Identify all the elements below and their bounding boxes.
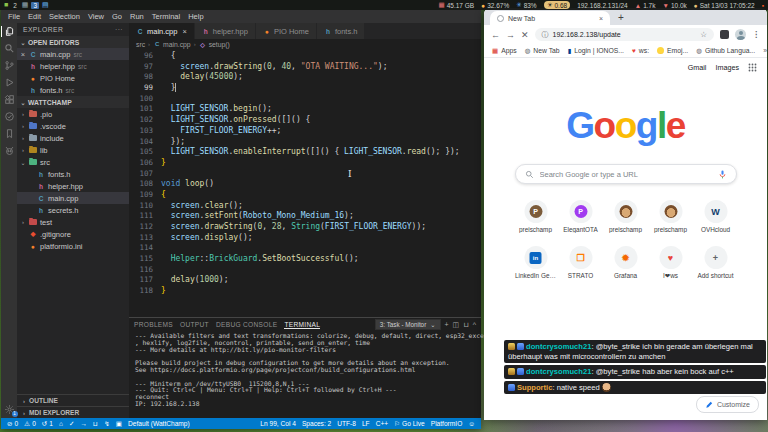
tab-fonts.h[interactable]: hfonts.h [317, 23, 366, 39]
stop-icon[interactable]: ✕ [521, 30, 529, 40]
workspace-2[interactable]: 2 [11, 2, 19, 9]
extension-icon[interactable] [720, 30, 729, 39]
shortcut-linkedin-ger-[interactable]: inLinkedIn Ger... [513, 246, 558, 280]
status-left-0[interactable]: ⊘0 [7, 420, 18, 428]
tab-helper.hpp[interactable]: hhelper.hpp [195, 23, 256, 39]
tree-item-.vscode[interactable]: ›.vscode [17, 120, 129, 132]
tree-item-test[interactable]: ›test [17, 216, 129, 228]
tree-item-.gitignore[interactable]: ◆.gitignore [17, 228, 129, 240]
tree-item-lib[interactable]: ›lib [17, 144, 129, 156]
bookmark-login-ionos-[interactable]: ▮Login | IONOS... [568, 47, 624, 55]
tree-item-helper.hpp[interactable]: hhelper.hpp [17, 180, 129, 192]
tree-item-secrets.h[interactable]: hsecrets.h [17, 204, 129, 216]
status-left-1[interactable]: ⚠0 [24, 420, 36, 428]
menu-file[interactable]: File [4, 12, 24, 21]
open-editor-fonts.h[interactable]: hfonts.hsrc [17, 84, 129, 96]
bookmark-github-langua-[interactable]: ◍Github Langua... [696, 47, 755, 55]
scm-icon[interactable] [4, 60, 15, 71]
shortcut-grafana[interactable]: ✹Grafana [603, 246, 648, 280]
menu-help[interactable]: Help [184, 12, 207, 21]
panel-tab-terminal[interactable]: TERMINAL [284, 321, 320, 329]
search-icon[interactable] [4, 43, 15, 54]
bookmark-star-icon[interactable]: ☆ [700, 30, 707, 39]
google-search-box[interactable]: Search Google or type a URL [515, 164, 737, 184]
site-info-icon[interactable]: ⓘ [542, 30, 549, 40]
gear-icon[interactable]: 1 [4, 404, 15, 415]
status-right-6[interactable]: PlatformIO [431, 420, 463, 427]
debug-icon[interactable] [4, 77, 15, 88]
tree-item-fonts.h[interactable]: hfonts.h [17, 168, 129, 180]
bookmark-emoj-[interactable]: Emoj... [657, 47, 688, 54]
pio-icon[interactable] [4, 145, 15, 156]
files-icon[interactable] [4, 26, 15, 37]
tab-close-icon[interactable]: × [599, 15, 603, 22]
apps-grid-icon[interactable] [748, 63, 757, 72]
split-terminal-icon[interactable]: ◫ [453, 321, 460, 329]
status-left-4[interactable]: ✓ [69, 420, 75, 428]
open-editor-main.cpp[interactable]: ×Cmain.cppsrc [17, 48, 129, 60]
microphone-icon[interactable] [718, 170, 727, 179]
status-right-0[interactable]: Ln 99, Col 4 [260, 420, 296, 427]
bookmarks-overflow-icon[interactable]: » [763, 47, 767, 54]
menu-selection[interactable]: Selection [45, 12, 84, 21]
new-terminal-icon[interactable]: + [445, 321, 449, 328]
open-editors-section[interactable]: ⌄ OPEN EDITORS [17, 36, 129, 48]
shortcut-add-shortcut[interactable]: +Add shortcut [693, 246, 738, 280]
back-icon[interactable]: ← [491, 30, 500, 40]
status-left-9[interactable]: Default (WattChamp) [128, 420, 190, 427]
status-left-2[interactable]: ↺1 [42, 420, 53, 428]
terminal-task-dropdown[interactable]: 3: Task - Monitor⌄ [375, 319, 441, 330]
bookmark-new-tab[interactable]: ◍New Tab [525, 47, 560, 55]
status-right-2[interactable]: UTF-8 [337, 420, 356, 427]
panel-tab-debug-console[interactable]: DEBUG CONSOLE [216, 321, 277, 328]
menu-run[interactable]: Run [126, 12, 148, 21]
test-icon[interactable] [4, 111, 15, 122]
link-gmail[interactable]: Gmail [688, 63, 707, 72]
status-left-3[interactable]: ⌂ [59, 420, 63, 427]
profile-avatar[interactable] [735, 29, 746, 40]
terminal-output[interactable]: --- Available filters and text transform… [129, 331, 481, 418]
menu-edit[interactable]: Edit [24, 12, 45, 21]
workspace-3[interactable]: 3 [31, 2, 39, 9]
link-images[interactable]: Images [715, 63, 739, 72]
kill-terminal-icon[interactable]: ⊔ [463, 321, 468, 329]
status-left-6[interactable]: ⊔ [93, 420, 98, 428]
code-editor[interactable]: I 96 {97 screen.drawString(0, 40, "OTA W… [129, 49, 481, 317]
explorer-more-actions-icon[interactable]: ··· [115, 26, 123, 33]
tree-item-platformio.ini[interactable]: ●platformio.ini [17, 240, 129, 252]
bookmark-ws-[interactable]: ♥ws: [632, 47, 649, 54]
status-right-3[interactable]: LF [362, 420, 370, 427]
open-editor-helper.hpp[interactable]: hhelper.hppsrc [17, 60, 129, 72]
tree-item-include[interactable]: ›include [17, 132, 129, 144]
shortcut-preischamp[interactable]: Ppreischamp [513, 200, 558, 233]
shortcut-i-ws[interactable]: ♥I❤ws [648, 246, 693, 280]
bookmark-apps[interactable]: ▦Apps [492, 47, 517, 55]
workspace-section[interactable]: ⌄ WATTCHAMP [17, 96, 129, 108]
status-left-7[interactable]: ↯ [104, 420, 110, 428]
close-icon[interactable]: × [20, 50, 26, 59]
tree-item-src[interactable]: ⌄src [17, 156, 129, 168]
window-icon[interactable]: ▦ [22, 1, 29, 9]
breadcrumb-item[interactable]: Cmain.cpp [153, 41, 191, 48]
shortcut-preischamp[interactable]: preischamp [603, 200, 648, 233]
bookmark-icon[interactable] [4, 128, 15, 139]
tab-main.cpp[interactable]: Cmain.cpp× [129, 23, 195, 39]
menu-view[interactable]: View [84, 12, 108, 21]
panel-tab-output[interactable]: OUTPUT [180, 321, 209, 328]
section-outline[interactable]: ›OUTLINE [17, 394, 129, 406]
customize-button[interactable]: Customize [696, 396, 759, 413]
extensions-icon[interactable] [4, 94, 15, 105]
status-right-7[interactable]: ☺ [468, 420, 475, 427]
section-mdi-explorer[interactable]: ›MDI EXPLORER [17, 406, 129, 418]
tree-item-main.cpp[interactable]: Cmain.cpp [17, 192, 129, 204]
shortcut-ovhcloud[interactable]: WOVHcloud [693, 200, 738, 233]
new-tab-button[interactable]: + [615, 11, 627, 25]
file-icon[interactable]: ▤ [42, 1, 49, 9]
forward-icon[interactable]: → [506, 30, 515, 40]
shortcut-elegantota[interactable]: PElegantOTA [558, 200, 603, 233]
tab-pio-home[interactable]: ●PIO Home [256, 23, 317, 39]
address-bar[interactable]: ⓘ 192.168.2.138/update ☆ [535, 28, 714, 41]
browser-menu-icon[interactable]: ⋮ [752, 30, 760, 39]
shortcut-strato[interactable]: ❒STRATO [558, 246, 603, 280]
shortcut-preischamp[interactable]: preischamp [648, 200, 693, 233]
